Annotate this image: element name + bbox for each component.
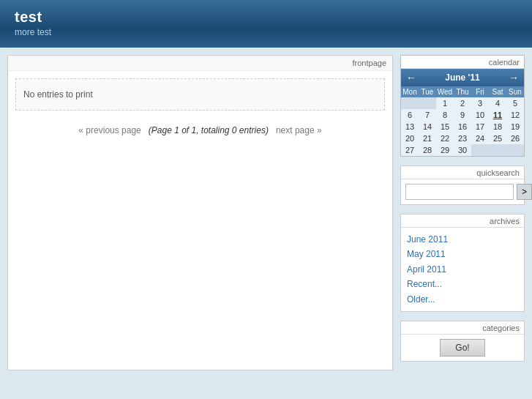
calendar-day[interactable]: 26 (506, 133, 524, 144)
categories-inner: Go! (401, 335, 524, 361)
cal-day-sat: Sat (489, 86, 506, 97)
archive-link[interactable]: Recent... (407, 277, 518, 291)
archives-list: June 2011May 2011April 2011Recent...Olde… (401, 228, 524, 311)
quicksearch-input[interactable] (405, 184, 514, 200)
calendar-day (419, 97, 436, 109)
pagination-info: (Page 1 of 1, totaling 0 entries) (149, 125, 269, 135)
cal-day-wed: Wed (436, 86, 454, 97)
archive-link[interactable]: May 2011 (407, 247, 518, 261)
cal-day-mon: Mon (401, 86, 419, 97)
calendar-day[interactable]: 28 (419, 144, 436, 156)
calendar-widget: calendar ← June '11 → Mon Tue Wed Thu Fr… (400, 55, 525, 157)
calendar-day[interactable]: 11 (489, 109, 506, 121)
calendar-day[interactable]: 16 (454, 121, 471, 133)
calendar-day[interactable]: 12 (506, 109, 524, 121)
calendar-day[interactable]: 29 (436, 144, 454, 156)
calendar-day[interactable]: 7 (419, 109, 436, 121)
calendar-day[interactable]: 6 (401, 109, 419, 121)
calendar-day[interactable]: 27 (401, 144, 419, 156)
calendar-day[interactable]: 20 (401, 133, 419, 144)
calendar-day[interactable]: 19 (506, 121, 524, 133)
calendar-day (489, 144, 506, 156)
calendar-day[interactable]: 15 (436, 121, 454, 133)
calendar-day[interactable]: 30 (454, 144, 471, 156)
calendar-day (401, 97, 419, 109)
calendar-header: ← June '11 → (401, 69, 524, 86)
calendar-label: calendar (401, 56, 524, 69)
content-area: frontpage No entries to print « previous… (7, 55, 393, 370)
categories-go-button[interactable]: Go! (440, 339, 484, 357)
archives-label: archives (401, 215, 524, 228)
calendar-day[interactable]: 13 (401, 121, 419, 133)
calendar-day (506, 144, 524, 156)
cal-day-sun: Sun (506, 86, 524, 97)
cal-day-fri: Fri (471, 86, 489, 97)
quicksearch-form: > (401, 179, 524, 204)
calendar-days-header: Mon Tue Wed Thu Fri Sat Sun (401, 86, 524, 97)
frontpage-bar: frontpage (8, 56, 392, 71)
next-page-link[interactable]: next page » (276, 125, 322, 135)
calendar-day[interactable]: 3 (471, 97, 489, 109)
frontpage-label: frontpage (353, 59, 386, 67)
site-subtitle: more test (15, 27, 517, 37)
no-entries-message: No entries to print (15, 78, 385, 111)
archive-link[interactable]: June 2011 (407, 232, 518, 247)
calendar-day[interactable]: 21 (419, 133, 436, 144)
pagination: « previous page (Page 1 of 1, totaling 0… (8, 118, 392, 143)
calendar-day[interactable]: 1 (436, 97, 454, 109)
archive-link[interactable]: Older... (407, 292, 518, 307)
quicksearch-label: quicksearch (401, 166, 524, 179)
calendar-day[interactable]: 14 (419, 121, 436, 133)
calendar-next-button[interactable]: → (508, 72, 520, 83)
calendar-day[interactable]: 5 (506, 97, 524, 109)
cal-day-tue: Tue (419, 86, 436, 97)
calendar-day[interactable]: 18 (489, 121, 506, 133)
calendar-day[interactable]: 10 (471, 109, 489, 121)
archive-link[interactable]: April 2011 (407, 262, 518, 277)
quicksearch-button[interactable]: > (517, 184, 532, 200)
archives-widget: archives June 2011May 2011April 2011Rece… (400, 214, 525, 312)
calendar-prev-button[interactable]: ← (405, 72, 417, 83)
categories-widget: categories Go! (400, 321, 525, 362)
calendar-day[interactable]: 22 (436, 133, 454, 144)
calendar-day[interactable]: 9 (454, 109, 471, 121)
main-layout: frontpage No entries to print « previous… (0, 48, 532, 378)
calendar-day[interactable]: 23 (454, 133, 471, 144)
calendar-day[interactable]: 2 (454, 97, 471, 109)
calendar-grid: 1234567891011121314151617181920212223242… (401, 97, 524, 156)
site-header: test more test (0, 0, 532, 48)
calendar-month-title: June '11 (417, 72, 508, 83)
prev-page-link[interactable]: « previous page (78, 125, 141, 135)
quicksearch-widget: quicksearch > (400, 165, 525, 205)
site-title: test (15, 9, 517, 26)
calendar-day[interactable]: 25 (489, 133, 506, 144)
sidebar: calendar ← June '11 → Mon Tue Wed Thu Fr… (400, 55, 525, 370)
calendar-day[interactable]: 8 (436, 109, 454, 121)
calendar-day[interactable]: 4 (489, 97, 506, 109)
categories-label: categories (401, 321, 524, 335)
calendar-day[interactable]: 24 (471, 133, 489, 144)
calendar-day[interactable]: 17 (471, 121, 489, 133)
cal-day-thu: Thu (454, 86, 471, 97)
calendar-day (471, 144, 489, 156)
